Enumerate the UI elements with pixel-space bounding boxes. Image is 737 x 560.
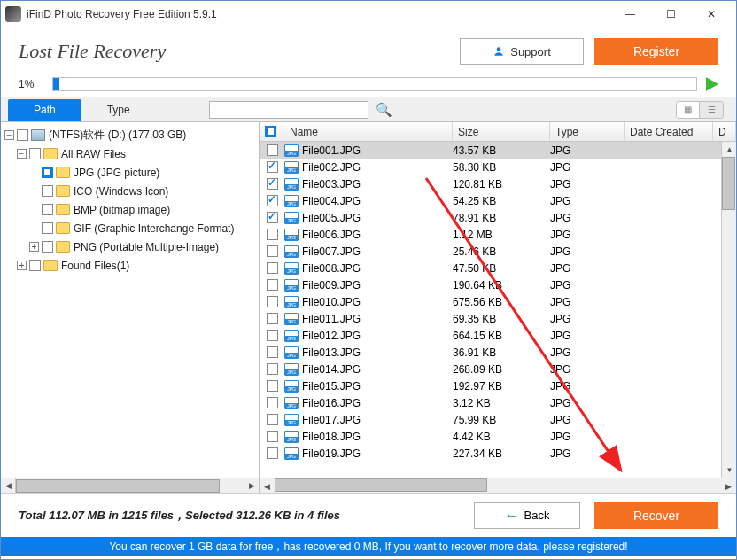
tree: − (NTFS)软件 (D:) (177.03 GB) − All RAW Fi… [1,122,259,278]
file-checkbox[interactable] [267,262,278,274]
recover-button[interactable]: Recover [594,502,718,529]
file-row[interactable]: File018.JPG4.42 KBJPG [260,428,736,445]
file-name: File014.JPG [302,363,361,376]
file-checkbox[interactable] [267,245,278,257]
file-row[interactable]: File013.JPG36.91 KBJPG [260,344,736,361]
tree-png[interactable]: + PNG (Portable Multiple-Image) [1,237,259,256]
file-row[interactable]: File008.JPG47.50 KBJPG [260,260,736,276]
support-button[interactable]: Support [460,38,584,65]
file-row[interactable]: File007.JPG25.46 KBJPG [260,243,736,260]
file-checkbox[interactable] [267,447,278,459]
scroll-up-icon[interactable]: ▲ [722,142,736,157]
tree-jpg[interactable]: JPG (JPG picture) [1,163,259,182]
file-row[interactable]: File009.JPG190.64 KBJPG [260,276,736,293]
file-row[interactable]: File016.JPG3.12 KBJPG [260,394,736,411]
file-checkbox[interactable] [267,195,278,206]
file-row[interactable]: File006.JPG1.12 MBJPG [260,226,736,243]
file-checkbox[interactable] [267,330,278,341]
col-name[interactable]: Name [284,122,453,141]
scroll-right-icon[interactable]: ▶ [244,478,259,494]
tree-bmp[interactable]: BMP (bitmap image) [1,200,259,219]
expand-icon[interactable]: + [29,242,39,252]
file-row[interactable]: File017.JPG75.99 KBJPG [260,411,736,428]
checkbox[interactable] [42,241,53,253]
back-button[interactable]: ← Back [474,502,580,529]
progress-fill [53,78,59,90]
file-row[interactable]: File003.JPG120.81 KBJPG [260,175,736,192]
file-row[interactable]: File014.JPG268.89 KBJPG [260,361,736,377]
col-type[interactable]: Type [550,122,625,141]
maximize-button[interactable]: ☐ [650,2,691,27]
file-row[interactable]: File011.JPG69.35 KBJPG [260,310,736,327]
search-input[interactable] [209,101,368,119]
checkbox[interactable] [42,204,53,215]
tab-type[interactable]: Type [81,99,156,121]
checkbox[interactable] [42,222,53,234]
close-button[interactable]: ✕ [691,2,732,27]
file-checkbox[interactable] [267,363,278,375]
file-row[interactable]: File012.JPG664.15 KBJPG [260,327,736,344]
expand-icon[interactable]: + [17,261,27,270]
scroll-left-icon[interactable]: ◀ [260,478,275,493]
file-checkbox[interactable] [267,397,278,408]
scroll-right-icon[interactable]: ▶ [721,478,736,493]
expand-icon[interactable]: − [4,130,14,140]
tree-found[interactable]: + Found Files(1) [1,256,259,275]
checkbox[interactable] [29,260,41,271]
file-type: JPG [550,414,625,426]
minimize-button[interactable]: — [609,2,650,27]
file-row[interactable]: File010.JPG675.56 KBJPG [260,293,736,310]
tree-gif[interactable]: GIF (Graphic Interchange Format) [1,219,259,237]
view-toggle: ▦ ☰ [676,101,724,119]
file-checkbox[interactable] [267,414,278,425]
file-name: File001.JPG [302,144,361,157]
file-checkbox[interactable] [267,313,278,324]
scroll-thumb[interactable] [722,157,735,210]
file-row[interactable]: File004.JPG54.25 KBJPG [260,192,736,209]
list-v-scrollbar[interactable]: ▲ ▼ [721,142,736,478]
checkbox[interactable] [17,129,28,141]
tab-path[interactable]: Path [8,99,81,121]
scroll-thumb[interactable] [275,478,487,492]
col-date[interactable]: Date Created [625,122,713,141]
list-h-scrollbar[interactable]: ◀ ▶ [260,478,736,493]
checkbox[interactable] [42,167,53,178]
col-d[interactable]: D [713,122,736,141]
file-size: 36.91 KB [453,346,550,359]
expand-icon[interactable]: − [17,149,27,159]
file-row[interactable]: File015.JPG192.97 KBJPG [260,377,736,394]
file-checkbox[interactable] [267,279,278,291]
register-button[interactable]: Register [594,38,718,65]
file-checkbox[interactable] [267,346,278,358]
scroll-down-icon[interactable]: ▼ [722,463,736,478]
file-checkbox[interactable] [267,296,278,307]
file-checkbox[interactable] [267,380,278,392]
tree-drive[interactable]: − (NTFS)软件 (D:) (177.03 GB) [1,126,259,144]
file-checkbox[interactable] [267,229,278,240]
file-row[interactable]: File002.JPG58.30 KBJPG [260,159,736,175]
file-row[interactable]: File019.JPG227.34 KBJPG [260,445,736,462]
select-all-checkbox[interactable] [265,126,276,137]
file-type: JPG [550,431,625,443]
col-size[interactable]: Size [453,122,550,141]
view-list-button[interactable]: ☰ [700,102,723,118]
file-row[interactable]: File005.JPG78.91 KBJPG [260,209,736,226]
tree-ico[interactable]: ICO (Windows Icon) [1,182,259,200]
file-checkbox[interactable] [267,212,278,223]
scroll-left-icon[interactable]: ◀ [1,478,16,494]
play-icon[interactable] [706,77,718,91]
file-row[interactable]: File001.JPG43.57 KBJPG [260,142,736,159]
checkbox[interactable] [42,185,53,197]
tree-raw[interactable]: − All RAW Files [1,144,259,163]
jpg-file-icon [284,161,299,174]
file-checkbox[interactable] [267,178,278,190]
view-grid-button[interactable]: ▦ [677,102,700,118]
checkbox[interactable] [29,148,41,159]
scroll-thumb[interactable] [16,479,220,493]
file-checkbox[interactable] [267,431,278,442]
search-icon[interactable]: 🔍 [376,102,392,118]
tree-h-scrollbar[interactable]: ◀ ▶ [1,478,259,493]
file-checkbox[interactable] [267,161,278,173]
file-name: File012.JPG [302,330,361,342]
file-checkbox[interactable] [267,144,278,156]
